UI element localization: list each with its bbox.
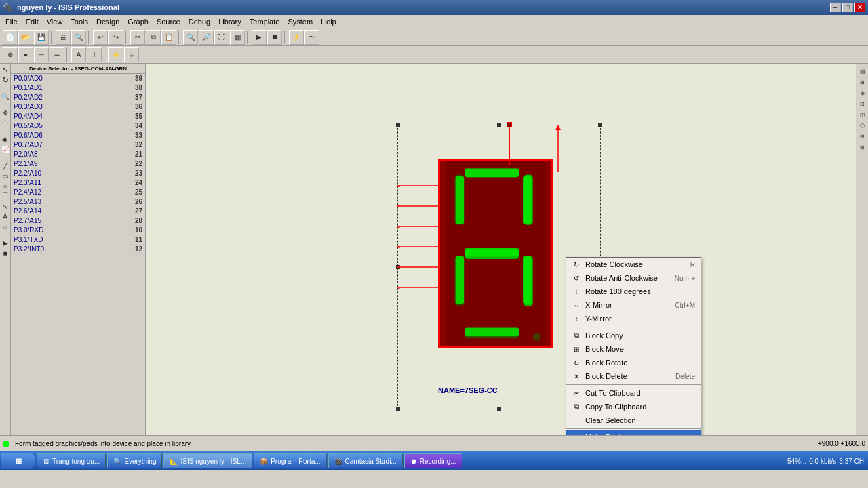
tape-tool[interactable]: ▶ [1,238,10,247]
component-row-10[interactable]: P2.2/A1023 [11,169,145,178]
ctx-item-block-rotate[interactable]: ↻ Block Rotate [566,356,701,369]
print-preview[interactable]: 🔍 [71,30,86,45]
ctx-item-x-mirror[interactable]: ↔ X-Mirror Ctrl+M [566,298,701,312]
marker-tool[interactable]: ◉ [1,134,10,144]
ctx-item-block-delete[interactable]: ✕ Block Delete Delete [566,369,701,383]
print-button[interactable]: 🖨 [56,30,71,45]
draw-line[interactable]: ╱ [1,161,10,170]
menu-view[interactable]: View [43,16,67,27]
component-row-11[interactable]: P2.3/A1124 [11,178,145,188]
component-row-7[interactable]: P0.7/AD732 [11,140,145,150]
ctx-item-cut-to-clipboard[interactable]: ✂ Cut To Clipboard [566,386,701,400]
canvas-area[interactable]: × × × × × × NAME=7SEG-CC ↻ Rotate Clockw… [146,64,856,435]
save-button[interactable]: 💾 [34,30,49,45]
ctx-item-rotate-anti-clockwise[interactable]: ↺ Rotate Anti-Clockwise Num-+ [566,271,701,285]
bus-tool[interactable]: ■ [1,248,10,258]
menu-file[interactable]: File [1,16,22,27]
taskbar-everything[interactable]: 🔍 Everything [107,453,162,468]
component-row-3[interactable]: P0.3/AD336 [11,102,145,112]
open-button[interactable]: 📂 [18,30,33,45]
stop-button[interactable]: ⏹ [267,30,282,45]
zoom-out[interactable]: 🔎 [199,30,214,45]
component-row-5[interactable]: P0.5/AD534 [11,121,145,131]
component-row-12[interactable]: P2.4/A1225 [11,188,145,197]
menu-design[interactable]: Design [92,16,123,27]
rt-btn-4[interactable]: ⊡ [858,99,867,108]
component-row-14[interactable]: P2.6/A1427 [11,207,145,216]
menu-debug[interactable]: Debug [184,16,214,27]
ctx-item-clear-selection[interactable]: Clear Selection [566,413,701,427]
zoom-in[interactable]: 🔍 [183,30,198,45]
component-row-4[interactable]: P0.4/AD435 [11,112,145,121]
probe-button[interactable]: ⚡ [289,30,304,45]
select-tool[interactable]: ↖ [1,65,10,75]
junction-mode[interactable]: ● [18,47,33,62]
component-row-17[interactable]: P3.1/TXD11 [11,235,145,245]
draw-arc[interactable]: ⌒ [1,191,10,201]
menu-tools[interactable]: Tools [66,16,92,27]
start-button[interactable]: ⊞ [1,453,35,469]
label-mode[interactable]: A [71,47,86,62]
zoom-area[interactable]: ▦ [230,30,245,45]
rt-btn-6[interactable]: ⬡ [858,121,867,130]
taskbar-camtasia[interactable]: 🎬 Camtasia Studi... [328,453,403,468]
component-row-2[interactable]: P0.2/AD237 [11,93,145,102]
zoom-tool[interactable]: 🔍 [1,92,10,101]
power-mode[interactable]: ⚡ [108,47,123,62]
component-row-9[interactable]: P2.1/A922 [11,159,145,169]
ctx-item-block-copy[interactable]: ⧉ Block Copy [566,329,701,342]
undo-button[interactable]: ↩ [93,30,108,45]
pan-tool[interactable]: ☩ [1,118,10,127]
draw-text[interactable]: A [1,211,10,221]
ctx-item-copy-to-clipboard[interactable]: ⧉ Copy To Clipboard [566,400,701,413]
ctx-item-block-move[interactable]: ⊞ Block Move [566,342,701,356]
cut-button[interactable]: ✂ [130,30,145,45]
component-row-0[interactable]: P0.0/AD039 [11,74,145,83]
wire-mode[interactable]: ─ [34,47,49,62]
rt-btn-7[interactable]: ⊟ [858,131,867,141]
component-row-8[interactable]: P2.0/A821 [11,150,145,159]
taskbar-recording[interactable]: ⏺ Recording... [404,453,462,468]
draw-box[interactable]: ▭ [1,171,10,180]
component-mode[interactable]: ⊕ [3,47,18,62]
maximize-button[interactable]: □ [842,3,853,12]
draw-symbol[interactable]: ☆ [1,222,10,231]
draw-circle[interactable]: ○ [1,181,10,190]
rotate-tool[interactable]: ↻ [1,75,10,85]
move-tool[interactable]: ✥ [1,108,10,117]
menu-help[interactable]: Help [317,16,340,27]
redo-button[interactable]: ↪ [108,30,123,45]
probe-graph[interactable]: 📈 [1,144,10,154]
component-row-16[interactable]: P3.0/RXD10 [11,226,145,235]
component-row-13[interactable]: P2.5/A1326 [11,197,145,207]
taskbar-trang-tong[interactable]: 🖥 Trang tong qu... [37,453,106,468]
draw-path[interactable]: ∿ [1,201,10,211]
menu-edit[interactable]: Edit [22,16,43,27]
new-button[interactable]: 📄 [3,30,18,45]
menu-template[interactable]: Template [245,16,284,27]
rt-btn-2[interactable]: ⊞ [858,77,867,87]
component-row-18[interactable]: P3.2/INT012 [11,245,145,254]
zoom-fit[interactable]: ⛶ [214,30,229,45]
close-button[interactable]: ✕ [854,3,865,12]
ctx-item-rotate-clockwise[interactable]: ↻ Rotate Clockwise R [566,258,701,271]
run-button[interactable]: ▶ [252,30,267,45]
rt-btn-8[interactable]: ⊠ [858,142,867,152]
seven-segment-component[interactable] [438,159,553,348]
menu-library[interactable]: Library [214,16,245,27]
ctx-item-make-device[interactable]: ◈ Make Device [566,430,701,435]
minimize-button[interactable]: ─ [830,3,841,12]
component-row-15[interactable]: P2.7/A1528 [11,216,145,226]
component-row-1[interactable]: P0.1/AD138 [11,83,145,93]
menu-source[interactable]: Source [153,16,184,27]
oscilloscope[interactable]: 〜 [304,30,319,45]
rt-btn-3[interactable]: ◈ [858,88,867,98]
copy-button[interactable]: ⧉ [146,30,161,45]
rt-btn-5[interactable]: ◫ [858,110,867,119]
ground-mode[interactable]: ⏚ [124,47,139,62]
text-mode[interactable]: T [87,47,102,62]
component-row-6[interactable]: P0.6/AD633 [11,131,145,140]
menu-system[interactable]: System [283,16,317,27]
paste-button[interactable]: 📋 [161,30,176,45]
ctx-item-y-mirror[interactable]: ↕ Y-Mirror [566,312,701,325]
